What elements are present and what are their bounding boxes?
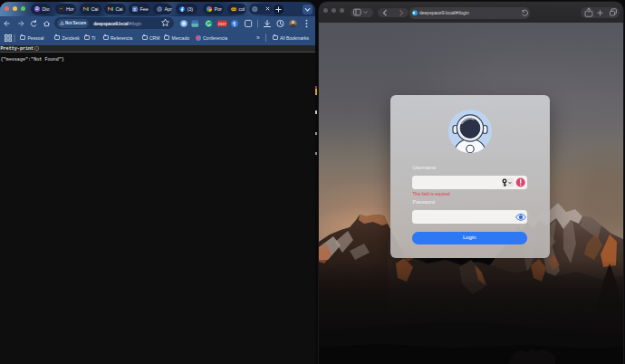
svg-text:2337: 2337: [218, 21, 227, 25]
svg-text:deepspace9.local/#/login: deepspace9.local/#/login: [419, 10, 469, 15]
